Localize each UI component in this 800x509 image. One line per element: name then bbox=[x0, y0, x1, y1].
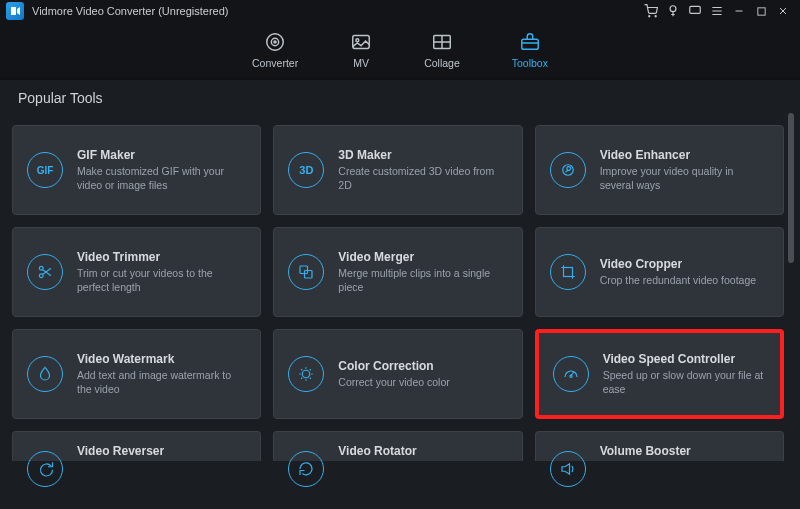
card-desc: Improve your video quality in several wa… bbox=[600, 165, 769, 192]
card-desc: Trim or cut your videos to the perfect l… bbox=[77, 267, 246, 294]
tool-card-volume[interactable]: Volume Booster bbox=[535, 431, 784, 461]
menu-icon bbox=[710, 4, 724, 18]
tool-card-cropper[interactable]: Video Cropper Crop the redundant video f… bbox=[535, 227, 784, 317]
tab-collage[interactable]: Collage bbox=[424, 31, 460, 69]
card-desc: Add text and image watermark to the vide… bbox=[77, 369, 246, 396]
cart-button[interactable] bbox=[640, 0, 662, 22]
enhancer-icon bbox=[550, 152, 586, 188]
svg-point-21 bbox=[570, 375, 572, 377]
card-title: Video Cropper bbox=[600, 257, 769, 271]
tool-card-enhancer[interactable]: Video Enhancer Improve your video qualit… bbox=[535, 125, 784, 215]
toolbox-icon bbox=[519, 31, 541, 53]
gif-icon: GIF bbox=[27, 152, 63, 188]
card-desc: Merge multiple clips into a single piece bbox=[338, 267, 507, 294]
key-icon bbox=[666, 4, 680, 18]
card-desc: Speed up or slow down your file at ease bbox=[603, 369, 766, 396]
close-icon bbox=[777, 5, 789, 17]
card-title: 3D Maker bbox=[338, 148, 507, 162]
tool-card-reverser[interactable]: Video Reverser bbox=[12, 431, 261, 461]
feedback-button[interactable] bbox=[684, 0, 706, 22]
scissors-icon bbox=[27, 254, 63, 290]
tool-card-3d-maker[interactable]: 3D 3D Maker Create customized 3D video f… bbox=[273, 125, 522, 215]
mv-icon bbox=[350, 31, 372, 53]
merger-icon bbox=[288, 254, 324, 290]
volume-icon bbox=[550, 451, 586, 487]
card-desc: Correct your video color bbox=[338, 376, 507, 390]
tool-card-rotator[interactable]: Video Rotator bbox=[273, 431, 522, 461]
app-title: Vidmore Video Converter (Unregistered) bbox=[32, 5, 228, 17]
card-title: Video Enhancer bbox=[600, 148, 769, 162]
svg-point-7 bbox=[274, 40, 276, 42]
svg-point-20 bbox=[303, 370, 311, 378]
svg-point-14 bbox=[567, 167, 571, 171]
tab-converter[interactable]: Converter bbox=[252, 31, 298, 69]
tab-label: Collage bbox=[424, 57, 460, 69]
svg-point-9 bbox=[356, 38, 359, 41]
minimize-icon bbox=[733, 5, 745, 17]
main-tabs: Converter MV Collage Toolbox bbox=[0, 22, 800, 80]
card-desc: Make customized GIF with your video or i… bbox=[77, 165, 246, 192]
svg-point-15 bbox=[39, 266, 43, 270]
tool-card-color[interactable]: Color Correction Correct your video colo… bbox=[273, 329, 522, 419]
tool-card-merger[interactable]: Video Merger Merge multiple clips into a… bbox=[273, 227, 522, 317]
svg-point-1 bbox=[655, 16, 656, 17]
tab-label: Converter bbox=[252, 57, 298, 69]
app-logo bbox=[6, 2, 24, 20]
scrollbar-thumb[interactable] bbox=[788, 113, 794, 263]
rotator-icon bbox=[288, 451, 324, 487]
card-title: Video Rotator bbox=[338, 444, 507, 458]
card-title: Video Reverser bbox=[77, 444, 246, 458]
speed-icon bbox=[553, 356, 589, 392]
cropper-icon bbox=[550, 254, 586, 290]
card-title: Video Speed Controller bbox=[603, 352, 766, 366]
tab-mv[interactable]: MV bbox=[350, 31, 372, 69]
collage-icon bbox=[431, 31, 453, 53]
cart-icon bbox=[644, 4, 658, 18]
tools-grid: i Keep original file info or edit as you… bbox=[12, 113, 784, 461]
tool-card-gif-maker[interactable]: GIF GIF Maker Make customized GIF with y… bbox=[12, 125, 261, 215]
svg-point-2 bbox=[670, 6, 676, 12]
section-title: Popular Tools bbox=[0, 80, 800, 112]
svg-rect-4 bbox=[757, 7, 764, 14]
svg-point-16 bbox=[39, 274, 43, 278]
card-title: Video Trimmer bbox=[77, 250, 246, 264]
tab-label: Toolbox bbox=[512, 57, 548, 69]
register-button[interactable] bbox=[662, 0, 684, 22]
minimize-button[interactable] bbox=[728, 0, 750, 22]
three-d-icon: 3D bbox=[288, 152, 324, 188]
card-desc: Create customized 3D video from 2D bbox=[338, 165, 507, 192]
card-title: Color Correction bbox=[338, 359, 507, 373]
converter-icon bbox=[264, 31, 286, 53]
maximize-icon bbox=[756, 6, 767, 17]
color-icon bbox=[288, 356, 324, 392]
watermark-icon bbox=[27, 356, 63, 392]
svg-rect-17 bbox=[300, 266, 308, 274]
card-desc: Crop the redundant video footage bbox=[600, 274, 769, 288]
card-title: Video Merger bbox=[338, 250, 507, 264]
titlebar: Vidmore Video Converter (Unregistered) bbox=[0, 0, 800, 22]
menu-button[interactable] bbox=[706, 0, 728, 22]
maximize-button[interactable] bbox=[750, 0, 772, 22]
reverser-icon bbox=[27, 451, 63, 487]
tool-card-watermark[interactable]: Video Watermark Add text and image water… bbox=[12, 329, 261, 419]
chat-icon bbox=[688, 4, 702, 18]
svg-rect-19 bbox=[563, 268, 572, 277]
tab-toolbox[interactable]: Toolbox bbox=[512, 31, 548, 69]
tab-label: MV bbox=[353, 57, 369, 69]
svg-rect-11 bbox=[522, 39, 539, 49]
card-title: Video Watermark bbox=[77, 352, 246, 366]
tool-card-trimmer[interactable]: Video Trimmer Trim or cut your videos to… bbox=[12, 227, 261, 317]
svg-point-0 bbox=[649, 16, 650, 17]
tools-scroll-area: i Keep original file info or edit as you… bbox=[12, 113, 784, 509]
card-title: GIF Maker bbox=[77, 148, 246, 162]
svg-rect-18 bbox=[305, 271, 313, 279]
tool-card-speed[interactable]: Video Speed Controller Speed up or slow … bbox=[535, 329, 784, 419]
app-logo-icon bbox=[9, 5, 21, 17]
close-button[interactable] bbox=[772, 0, 794, 22]
card-title: Volume Booster bbox=[600, 444, 769, 458]
